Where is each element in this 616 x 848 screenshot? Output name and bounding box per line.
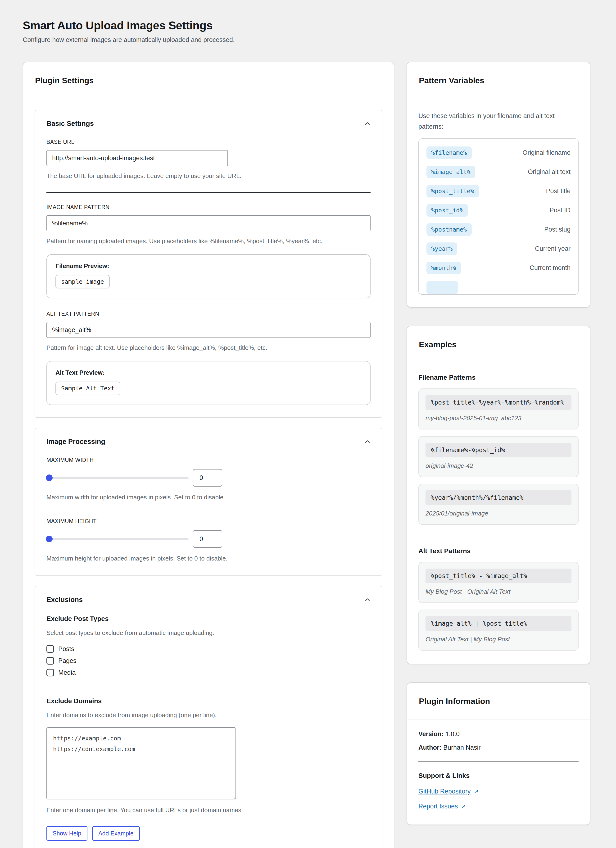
variable-chip: %filename% xyxy=(426,147,472,159)
checkbox-row-posts[interactable]: Posts xyxy=(46,645,370,653)
variable-chip: %post_id% xyxy=(426,204,468,216)
max-width-slider[interactable] xyxy=(46,474,189,481)
image-processing-toggle[interactable]: Image Processing xyxy=(46,438,370,446)
slider-track xyxy=(46,538,189,540)
pattern-variables-header: Pattern Variables xyxy=(407,62,590,99)
chevron-up-icon xyxy=(364,121,370,127)
posts-checkbox[interactable] xyxy=(46,645,54,653)
variable-desc: Post slug xyxy=(544,226,570,233)
divider xyxy=(46,192,370,193)
max-width-group: MAXIMUM WIDTH Maximum width for uploaded… xyxy=(46,457,370,502)
filename-preview-label: Filename Preview: xyxy=(55,262,361,270)
github-repository-link[interactable]: GitHub Repository xyxy=(418,788,471,795)
max-height-label: MAXIMUM HEIGHT xyxy=(46,518,370,525)
chevron-up-icon xyxy=(364,439,370,445)
filename-preview-value: sample-image xyxy=(55,275,110,288)
page-subtitle: Configure how external images are automa… xyxy=(23,36,593,44)
exclude-post-types-title: Exclude Post Types xyxy=(46,615,370,623)
base-url-label: BASE URL xyxy=(46,139,370,145)
slider-thumb[interactable] xyxy=(46,474,53,481)
filename-preview-box: Filename Preview: sample-image xyxy=(46,254,370,298)
section-exclusions: Exclusions Exclude Post Types Select pos… xyxy=(35,586,382,848)
exclude-domains-note: Enter one domain per line. You can use f… xyxy=(46,806,370,815)
main-column: Plugin Settings Basic Settings BASE URL xyxy=(23,62,394,848)
max-height-slider[interactable] xyxy=(46,536,189,542)
section-image-processing: Image Processing MAXIMUM WIDTH xyxy=(35,428,382,576)
slider-thumb[interactable] xyxy=(46,536,53,542)
plugin-information-title: Plugin Information xyxy=(419,697,578,706)
exclude-domains-title: Exclude Domains xyxy=(46,697,370,705)
image-name-pattern-input[interactable] xyxy=(46,215,370,231)
author-line: Author: Burhan Nasir xyxy=(418,744,579,751)
support-links-title: Support & Links xyxy=(418,772,579,780)
example-pattern: %image_alt% | %post_title% xyxy=(425,616,572,631)
divider xyxy=(418,536,579,536)
image-name-pattern-help: Pattern for naming uploaded images. Use … xyxy=(46,237,370,246)
exclusions-toggle[interactable]: Exclusions xyxy=(46,596,370,603)
example-result: 2025/01/original-image xyxy=(425,510,572,517)
example-card: %post_title% - %image_alt% My Blog Post … xyxy=(418,562,579,603)
plugin-information-card: Plugin Information Version: 1.0.0 Author… xyxy=(407,682,591,825)
version-value: 1.0.0 xyxy=(446,731,460,738)
image-name-pattern-label: IMAGE NAME PATTERN xyxy=(46,204,370,211)
github-link-row: GitHub Repository↗ xyxy=(418,787,579,795)
variable-desc: Current month xyxy=(530,264,570,271)
checkbox-row-media[interactable]: Media xyxy=(46,669,370,676)
filename-patterns-title: Filename Patterns xyxy=(418,374,579,381)
show-help-button[interactable]: Show Help xyxy=(46,826,87,841)
variable-row: %postname% Post slug xyxy=(426,223,570,236)
variable-desc: Original filename xyxy=(523,149,570,156)
chevron-up-icon xyxy=(364,597,370,603)
alt-text-patterns-title: Alt Text Patterns xyxy=(418,547,579,555)
alt-text-preview-box: Alt Text Preview: Sample Alt Text xyxy=(46,361,370,405)
pattern-variables-list[interactable]: %filename% Original filename %image_alt%… xyxy=(418,138,579,295)
alt-text-preview-label: Alt Text Preview: xyxy=(55,369,361,377)
variable-desc: Post title xyxy=(546,187,570,195)
base-url-input[interactable] xyxy=(46,150,228,166)
plugin-settings-card-header: Plugin Settings xyxy=(23,62,394,99)
settings-page: Smart Auto Upload Images Settings Config… xyxy=(0,0,616,848)
exclude-post-types-help: Select post types to exclude from automa… xyxy=(46,628,370,637)
example-result: Original Alt Text | My Blog Post xyxy=(425,636,572,643)
max-height-group: MAXIMUM HEIGHT Maximum height for upload… xyxy=(46,518,370,563)
max-width-label: MAXIMUM WIDTH xyxy=(46,457,370,463)
variable-row-partial xyxy=(426,281,570,294)
example-result: original-image-42 xyxy=(425,462,572,470)
media-checkbox[interactable] xyxy=(46,669,54,676)
variable-row: %post_title% Post title xyxy=(426,185,570,197)
examples-card: Examples Filename Patterns %post_title%-… xyxy=(407,326,591,664)
posts-checkbox-label: Posts xyxy=(58,645,74,653)
example-pattern: %post_title%-%year%-%month%-%random% xyxy=(425,395,572,410)
exclusions-title: Exclusions xyxy=(46,596,83,603)
alt-text-pattern-help: Pattern for image alt text. Use placehol… xyxy=(46,343,370,353)
examples-title: Examples xyxy=(419,340,578,349)
example-pattern: %year%/%month%/%filename% xyxy=(425,490,572,505)
pattern-variables-intro: Use these variables in your filename and… xyxy=(418,111,579,132)
section-basic-settings: Basic Settings BASE URL The base URL for… xyxy=(35,110,382,418)
variable-chip: %month% xyxy=(426,262,461,274)
max-height-input[interactable] xyxy=(193,530,222,548)
example-card: %post_title%-%year%-%month%-%random% my-… xyxy=(418,388,579,430)
plugin-settings-card: Plugin Settings Basic Settings BASE URL xyxy=(23,62,394,848)
plugin-information-header: Plugin Information xyxy=(407,683,590,720)
author-label: Author: xyxy=(418,744,441,751)
exclude-domains-textarea[interactable]: https://example.com https://cdn.example.… xyxy=(46,727,236,799)
checkbox-row-pages[interactable]: Pages xyxy=(46,657,370,664)
example-pattern: %filename%-%post_id% xyxy=(425,443,572,457)
report-issues-link-row: Report Issues↗ xyxy=(418,802,579,810)
pages-checkbox-label: Pages xyxy=(58,657,77,664)
basic-settings-title: Basic Settings xyxy=(46,120,94,127)
pages-checkbox[interactable] xyxy=(46,657,54,664)
exclude-domains-help: Enter domains to exclude from image uplo… xyxy=(46,710,370,720)
basic-settings-toggle[interactable]: Basic Settings xyxy=(46,120,370,127)
example-card: %image_alt% | %post_title% Original Alt … xyxy=(418,609,579,651)
add-example-button[interactable]: Add Example xyxy=(92,826,140,841)
variable-chip: %postname% xyxy=(426,223,472,236)
variable-row: %filename% Original filename xyxy=(426,147,570,159)
max-width-input[interactable] xyxy=(193,469,222,486)
alt-text-pattern-input[interactable] xyxy=(46,322,370,338)
version-label: Version: xyxy=(418,731,444,738)
example-result: my-blog-post-2025-01-img_abc123 xyxy=(425,415,572,422)
variable-chip-partial xyxy=(426,281,458,294)
report-issues-link[interactable]: Report Issues xyxy=(418,803,458,810)
